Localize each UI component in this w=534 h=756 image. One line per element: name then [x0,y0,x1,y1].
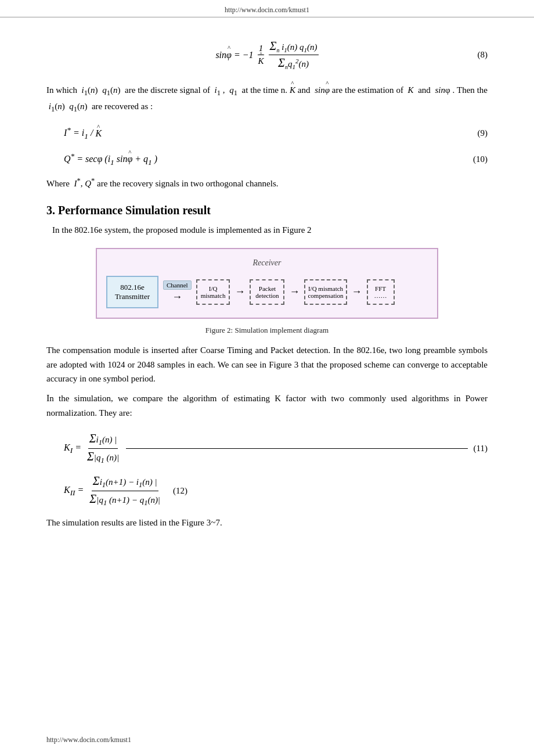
fft-label: FFT…… [374,285,387,299]
footer-url: http://www.docin.com/kmust1 [46,736,131,744]
section-3-intro-text: In the 802.16e system, the proposed modu… [52,225,312,235]
arrow2-icon: → [289,286,300,298]
kii-fraction: Σi1(n+1) − i1(n) | Σ|q1 (n+1) − q1(n)| [88,474,161,507]
figure-2-caption: Figure 2: Simulation implement diagram [205,326,329,335]
arrow1-icon: → [234,286,245,298]
paragraph-1: In which i1(n) q1(n) are the discrete si… [46,83,488,115]
section-3-intro: In the 802.16e system, the proposed modu… [52,223,488,237]
eq11-long-bar [126,448,468,449]
channel-label: Channel [163,280,192,290]
transmitter-box: 802.16eTransmitter [106,276,158,308]
header-url: http://www.docin.com/kmust1 [225,6,309,14]
equation-8-content: sinφ^ = −1 1 K^ Σn i1(n) q1(n) [215,39,318,70]
iq-mismatch-label: I/Qmismatch [201,285,226,299]
iq-compensation-box: I/Q mismatchcompensation [304,279,347,305]
fft-box: FFT…… [367,279,395,305]
equation-12-block: KII = Σi1(n+1) − i1(n) | Σ|q1 (n+1) − q1… [64,474,488,507]
arrow-right-icon: → [172,291,182,303]
equation-9-block: I* = i1 / K^ (9) [64,125,488,141]
equation-11-block: KI = Σi1(n) | Σ|q1 (n)| (11) [64,432,488,465]
sinphi-hat: sinφ^ = −1 [215,50,253,60]
equation-8-block: sinφ^ = −1 1 K^ Σn i1(n) q1(n) [46,39,488,70]
one-over-K: 1 K^ [257,44,265,66]
channel-arrow: Channel → [163,280,192,303]
eq9-number: (9) [478,128,488,138]
packet-detection-label: Packetdetection [255,285,279,299]
eq11-number: (11) [474,444,488,453]
transmitter-label: 802.16eTransmitter [115,283,150,301]
kii-label: KII = [64,485,84,498]
page-footer: http://www.docin.com/kmust1 [46,736,131,744]
ki-label: KI = [64,442,81,455]
equation-9-content: I* = i1 / K^ [64,125,102,141]
arrow3-icon: → [352,286,362,298]
diagram-row: 802.16eTransmitter Channel → I/Qmismatch… [106,276,428,308]
receiver-box: Receiver 802.16eTransmitter Channel → I/… [96,248,438,319]
figure-2-container: Receiver 802.16eTransmitter Channel → I/… [46,248,488,335]
iq-compensation-label: I/Q mismatchcompensation [308,285,343,299]
page-content: sinφ^ = −1 1 K^ Σn i1(n) q1(n) [0,17,534,570]
ki-fraction: Σi1(n) | Σ|q1 (n)| [86,432,120,465]
section-3-heading: 3. Performance Simulation result [46,204,488,217]
receiver-label: Receiver [106,258,428,268]
main-fraction: Σn i1(n) q1(n) Σnq12(n) [269,39,319,70]
equation-10-content: Q* = secφ (i1 sinφ^ + q1 ) [64,152,157,167]
equation-10-block: Q* = secφ (i1 sinφ^ + q1 ) (10) [64,152,488,167]
page: http://www.docin.com/kmust1 sinφ^ = −1 1… [0,0,534,756]
body-paragraph-2: In the simulation, we compare the algori… [46,391,488,420]
packet-detection-box: Packetdetection [250,279,284,305]
eq10-number: (10) [473,154,488,164]
iq-mismatch-box: I/Qmismatch [196,279,230,305]
section-3-title: 3. Performance Simulation result [46,204,211,217]
eq12-number: (12) [173,486,187,496]
body-paragraph-1: The compensation module is inserted afte… [46,343,488,386]
page-header: http://www.docin.com/kmust1 [0,0,534,17]
final-paragraph: The simulation results are listed in the… [46,516,488,530]
paragraph-2: Where I*, Q* are the recovery signals in… [46,175,488,191]
eq8-number: (8) [478,50,488,60]
